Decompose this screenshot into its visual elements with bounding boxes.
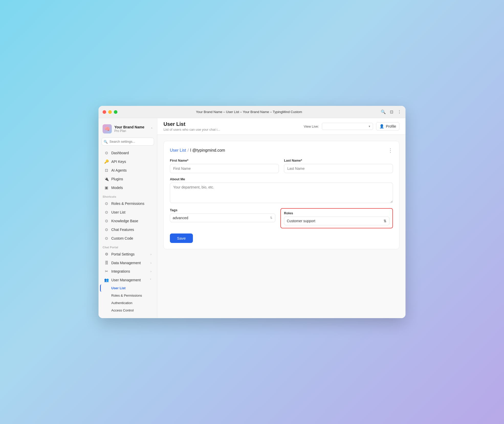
roles-icon: ⊙ [104, 201, 109, 206]
sidebar-item-api-keys[interactable]: 🔑 API Keys [100, 157, 156, 166]
tags-group: Tags advanced ⇅ [170, 208, 275, 228]
tags-chevrons-icon: ⇅ [270, 216, 272, 220]
sub-item-label: User List [111, 286, 126, 290]
content-area: User List / l @typingmind.com ⋮ First Na… [157, 135, 406, 318]
sidebar-item-portal-settings[interactable]: ⚙ Portal Settings › [100, 250, 156, 259]
sidebar-item-chat-features[interactable]: ⊙ Chat Features [100, 225, 156, 234]
sidebar-sub-access-control[interactable]: Access Control [100, 307, 156, 314]
about-group: About Me [170, 177, 393, 204]
profile-icon: 👤 [379, 124, 384, 129]
sidebar-item-roles-permissions[interactable]: ⊙ Roles & Permissions [100, 199, 156, 208]
sidebar-item-integrations[interactable]: ✂ Integrations › [100, 267, 156, 276]
chevron-right-icon: › [150, 261, 151, 264]
sidebar-item-label: Dashboard [111, 151, 129, 155]
search-icon: 🔍 [104, 140, 108, 143]
tags-select[interactable]: advanced ⇅ [170, 214, 275, 222]
sub-item-label: Authentication [111, 301, 132, 305]
ai-agents-icon: ⊡ [104, 168, 109, 173]
sidebar-item-dashboard[interactable]: ⊙ Dashboard [100, 149, 156, 157]
sidebar-item-label: Chat Features [111, 228, 134, 232]
sidebar-item-knowledge-base[interactable]: ⊙ Knowledge Base [100, 217, 156, 225]
portal-settings-icon: ⚙ [104, 252, 109, 256]
more-options-icon[interactable]: ⋮ [388, 147, 393, 153]
more-titlebar-icon[interactable]: ⋮ [397, 109, 401, 114]
minimize-button[interactable] [108, 110, 112, 114]
chat-portal-label: Chat Portal [98, 243, 157, 250]
models-icon: ▣ [104, 185, 109, 190]
search-input[interactable] [102, 138, 154, 146]
sidebar-item-custom-code[interactable]: ⊙ Custom Code [100, 234, 156, 243]
roles-chevrons-icon: ⇅ [384, 219, 387, 223]
tags-roles-row: Tags advanced ⇅ Roles Customer support ⇅ [170, 208, 393, 228]
topbar: User List List of users who can use your… [157, 118, 406, 135]
tags-value: advanced [173, 216, 188, 220]
first-name-input[interactable] [170, 164, 279, 173]
view-live-select[interactable]: ▾ [322, 123, 373, 130]
tags-label: Tags [170, 208, 275, 212]
sidebar-item-models[interactable]: ▣ Models [100, 183, 156, 192]
name-row: First Name* Last Name* [170, 159, 393, 173]
sidebar-item-label: Models [111, 186, 123, 190]
chevron-right-icon: › [150, 270, 151, 273]
page-title: User List [163, 121, 220, 127]
about-textarea[interactable] [170, 183, 393, 203]
first-name-group: First Name* [170, 159, 279, 173]
share-icon[interactable]: ⊡ [390, 109, 393, 114]
custom-code-icon: ⊙ [104, 236, 109, 241]
brand-name: Your Brand Name [114, 125, 148, 129]
dashboard-icon: ⊙ [104, 151, 109, 155]
view-live-label: View Live: [304, 125, 319, 128]
user-list-icon: ⊙ [104, 210, 109, 215]
sidebar-item-label: Plugins [111, 177, 123, 181]
chevron-right-icon: › [150, 253, 151, 256]
about-label: About Me [170, 177, 393, 181]
save-button[interactable]: Save [170, 233, 193, 243]
sidebar-item-label: AI Agents [111, 168, 127, 172]
sidebar-item-label: API Keys [111, 160, 126, 164]
last-name-label: Last Name* [284, 159, 393, 162]
maximize-button[interactable] [114, 110, 117, 114]
plugins-icon: 🔌 [104, 177, 109, 181]
knowledge-base-icon: ⊙ [104, 219, 109, 223]
sidebar-sub-roles-permissions[interactable]: Roles & Permissions [100, 292, 156, 299]
breadcrumb: User List / l @typingmind.com [170, 148, 225, 153]
user-form-card: User List / l @typingmind.com ⋮ First Na… [163, 141, 399, 249]
first-name-label: First Name* [170, 159, 279, 162]
data-management-icon: 🗄 [104, 261, 109, 265]
profile-label: Profile [386, 124, 396, 128]
sidebar-item-user-management[interactable]: 👥 User Management ˅ [100, 276, 156, 284]
window-title: Your Brand Name – User List – Your Brand… [196, 110, 302, 114]
last-name-input[interactable] [284, 164, 393, 173]
brand-chevron-icon: ⌃ [150, 127, 153, 131]
topbar-right: View Live: ▾ 👤 Profile [304, 122, 399, 130]
search-titlebar-icon[interactable]: 🔍 [381, 109, 386, 114]
profile-button[interactable]: 👤 Profile [376, 122, 399, 130]
sidebar-item-label: Roles & Permissions [111, 202, 144, 206]
sidebar-item-label: Knowledge Base [111, 219, 138, 223]
sub-item-label: Access Control [111, 308, 134, 312]
roles-group: Roles Customer support ⇅ [280, 208, 393, 228]
app-body: 🧠 Your Brand Name Pro Plan ⌃ 🔍 ⊙ Dashboa… [98, 118, 406, 318]
integrations-icon: ✂ [104, 269, 109, 274]
titlebar-actions: 🔍 ⊡ ⋮ [381, 109, 401, 114]
traffic-lights [103, 110, 117, 114]
sidebar-item-user-list-shortcut[interactable]: ⊙ User List [100, 208, 156, 217]
titlebar: Your Brand Name – User List – Your Brand… [98, 106, 406, 118]
api-keys-icon: 🔑 [104, 159, 109, 164]
sidebar-item-plugins[interactable]: 🔌 Plugins [100, 175, 156, 183]
roles-label: Roles [284, 211, 389, 215]
sidebar-item-label: Integrations [111, 269, 130, 273]
sidebar-item-ai-agents[interactable]: ⊡ AI Agents [100, 166, 156, 175]
roles-select[interactable]: Customer support ⇅ [284, 217, 389, 225]
brand-plan: Pro Plan [114, 129, 148, 133]
roles-value: Customer support [287, 219, 315, 223]
brand-section[interactable]: 🧠 Your Brand Name Pro Plan ⌃ [98, 122, 157, 138]
chevron-down-icon: ˅ [150, 278, 151, 282]
sidebar-sub-user-list[interactable]: User List [100, 284, 156, 292]
sidebar-item-data-management[interactable]: 🗄 Data Management › [100, 259, 156, 267]
close-button[interactable] [103, 110, 106, 114]
breadcrumb-user-list-link[interactable]: User List [170, 148, 186, 153]
app-window: Your Brand Name – User List – Your Brand… [98, 106, 406, 318]
sidebar-sub-authentication[interactable]: Authentication [100, 299, 156, 307]
sidebar-item-label: Data Management [111, 261, 141, 265]
